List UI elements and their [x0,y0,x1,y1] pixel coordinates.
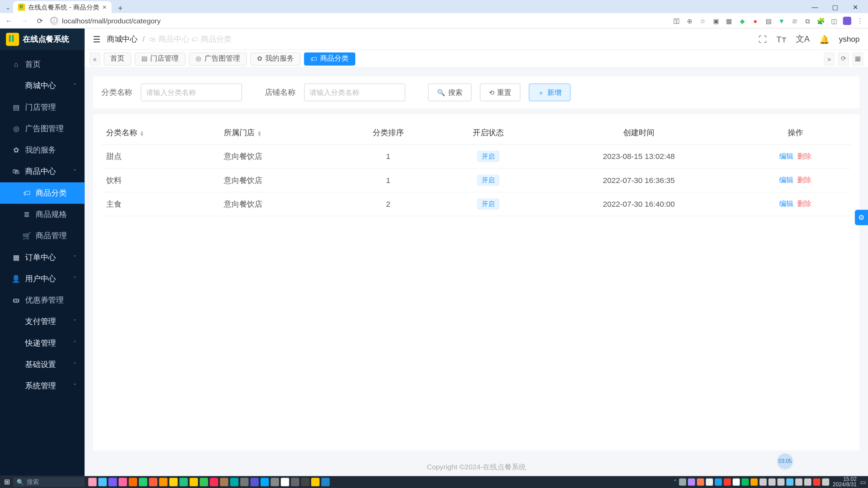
tray-icon[interactable] [688,479,695,486]
tray-icon[interactable] [750,479,757,486]
nav-back-icon[interactable]: ← [4,15,15,26]
delete-link[interactable]: 删除 [797,176,811,184]
tray-icon[interactable] [813,479,820,486]
taskbar-search[interactable]: 🔍搜索 [13,477,85,487]
side-panel-icon[interactable]: ◫ [830,16,838,25]
tray-icon[interactable] [777,479,785,486]
sidebar-item[interactable]: 商城中心˄ [0,75,85,97]
settings-drawer-toggle[interactable]: ⚙ [855,210,868,225]
sidebar-item[interactable]: 👤用户中心˅ [0,268,85,289]
filter-name-input[interactable] [141,83,242,101]
floating-timer-badge[interactable]: 03:05 [777,453,793,469]
ext-icon[interactable]: ⧉ [804,16,812,25]
tray-icon[interactable] [742,479,749,486]
language-icon[interactable]: 文A [796,34,810,44]
taskbar-app-icon[interactable] [190,478,198,486]
nav-reload-icon[interactable]: ⟳ [35,15,45,26]
app-logo[interactable]: 在线点餐系统 [0,28,85,50]
ext-icon[interactable]: ⎚ [790,16,799,25]
taskbar-app-icon[interactable] [179,478,188,486]
taskbar-app-icon[interactable] [250,478,259,486]
view-tab[interactable]: ✿我的服务 [250,52,300,65]
taskbar-app-icon[interactable] [149,478,158,486]
taskbar-app-icon[interactable] [230,478,239,486]
tabs-scroll-left[interactable]: « [90,52,100,65]
tray-icon[interactable] [706,479,713,486]
delete-link[interactable]: 删除 [797,200,811,208]
reset-button[interactable]: ⟲重置 [480,83,520,101]
new-tab-button[interactable]: + [115,2,126,13]
tray-icon[interactable] [768,479,775,486]
taskbar-app-icon[interactable] [129,478,137,486]
taskbar-app-icon[interactable] [119,478,127,486]
sidebar-item[interactable]: 🎟优惠券管理 [0,289,85,311]
ext-icon[interactable]: ◆ [738,16,747,25]
ext-icon[interactable]: ▦ [725,16,733,25]
notifications-icon[interactable]: ▭ [860,479,866,485]
taskbar-app-icon[interactable] [169,478,178,486]
edit-link[interactable]: 编辑 [779,152,793,160]
sidebar-item[interactable]: ▦订单中心˅ [0,247,85,268]
tray-icon[interactable] [679,479,686,486]
fullscreen-icon[interactable]: ⛶ [758,34,767,44]
sidebar-item[interactable]: ✿我的服务 [0,139,85,161]
tray-icon[interactable] [786,479,793,486]
tray-icon[interactable] [804,479,811,486]
close-tab-icon[interactable]: × [102,3,106,12]
tray-icon[interactable] [760,479,767,486]
th-name[interactable]: 分类名称▲▼ [101,122,219,145]
browser-menu-icon[interactable]: ⋮ [856,16,865,25]
edit-link[interactable]: 编辑 [779,200,793,208]
sidebar-item[interactable]: 系统管理˅ [0,375,85,397]
font-size-icon[interactable]: Tᴛ [776,34,786,44]
taskbar-app-icon[interactable] [159,478,167,486]
tray-icon[interactable] [724,479,731,486]
ext-icon[interactable]: ▤ [764,16,773,25]
tabs-refresh-icon[interactable]: ⟳ [838,52,849,65]
th-shop[interactable]: 所属门店▲▼ [219,122,338,145]
window-minimize[interactable]: — [805,1,825,13]
view-tab[interactable]: ▤门店管理 [135,52,185,65]
taskbar-app-icon[interactable] [88,478,97,486]
sidebar-item[interactable]: ≣商品规格 [0,204,85,225]
window-close[interactable]: ✕ [845,1,866,13]
taskbar-app-icon[interactable] [291,478,299,486]
sidebar-item[interactable]: 🛒商品管理 [0,225,85,247]
sort-icon[interactable]: ▲▼ [139,130,144,136]
view-tab[interactable]: ◎广告图管理 [189,52,247,65]
search-button[interactable]: 🔍搜索 [428,83,471,101]
breadcrumb-section[interactable]: 商城中心 [107,34,138,44]
taskbar-clock[interactable]: 15:02 2024/8/31 [832,477,858,488]
zoom-icon[interactable]: ⊕ [686,16,694,25]
bell-icon[interactable]: 🔔 [819,34,829,44]
url-text[interactable]: localhost/mall/product/category [62,16,161,25]
tray-icon[interactable] [715,479,722,486]
taskbar-app-icon[interactable] [220,478,229,486]
taskbar-app-icon[interactable] [108,478,117,486]
sidebar-item[interactable]: 🏷商品分类 [0,182,85,204]
sidebar-item[interactable]: 基础设置˅ [0,354,85,375]
sidebar-item[interactable]: 🛍商品中心˄ [0,161,85,182]
view-tab[interactable]: 🏷商品分类 [304,52,355,65]
tab-list-dropdown[interactable]: ⌄ [2,1,13,13]
taskbar-app-icon[interactable] [240,478,249,486]
tray-icon[interactable] [733,479,740,486]
taskbar-app-icon[interactable] [311,478,320,486]
add-button[interactable]: ＋新增 [529,83,571,101]
taskbar-app-icon[interactable] [271,478,279,486]
password-icon[interactable]: ⚿ [672,16,681,25]
site-info-icon[interactable]: ⓘ [50,16,59,25]
sidebar-item[interactable]: ▤门店管理 [0,97,85,118]
ext-icon[interactable]: ▼ [777,16,786,25]
tabs-scroll-right[interactable]: » [824,52,835,65]
window-maximize[interactable]: ▢ [825,1,845,13]
delete-link[interactable]: 删除 [797,152,811,160]
filter-shop-input[interactable] [304,83,406,101]
browser-tab-active[interactable]: 在线点餐系统 - 商品分类 × [13,1,112,13]
sidebar-item[interactable]: ◎广告图管理 [0,118,85,139]
taskbar-app-icon[interactable] [139,478,147,486]
sidebar-item[interactable]: 快递管理˅ [0,332,85,354]
sidebar-item[interactable]: 支付管理˅ [0,311,85,332]
tray-icon[interactable] [822,479,829,486]
profile-avatar-icon[interactable] [843,16,851,25]
